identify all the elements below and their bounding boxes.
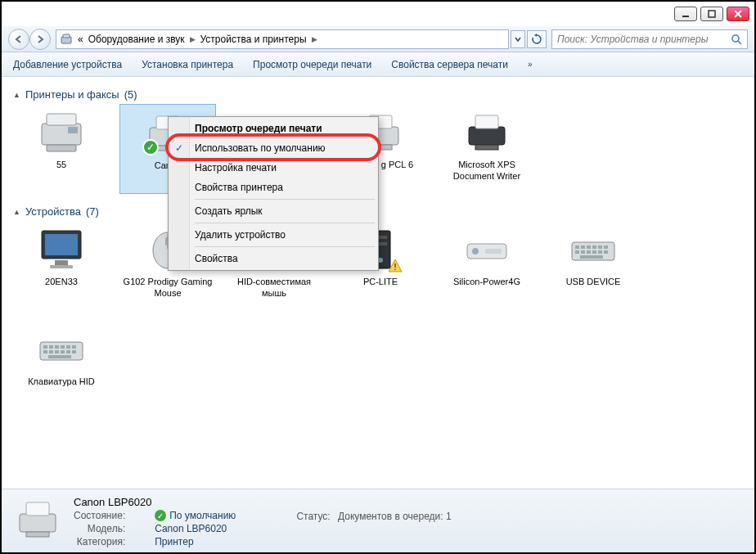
svg-rect-46 xyxy=(575,250,579,254)
toolbar-add-device[interactable]: Добавление устройства xyxy=(13,59,122,70)
collapse-icon: ▲ xyxy=(13,91,20,99)
item-label: Клавиатура HID xyxy=(28,376,95,388)
svg-rect-23 xyxy=(55,260,68,265)
item-label: G102 Prodigy Gaming Mouse xyxy=(119,277,216,300)
svg-rect-50 xyxy=(598,250,602,254)
chevron-right-icon: ▶ xyxy=(190,35,196,43)
cm-use-default[interactable]: ✓ Использовать по умолчанию xyxy=(170,138,376,158)
device-item[interactable]: Клавиатура HID xyxy=(13,321,110,411)
item-label: Silicon-Power4G xyxy=(453,277,520,288)
svg-rect-45 xyxy=(604,245,608,249)
breadcrumb-item[interactable]: Устройства и принтеры xyxy=(200,34,307,45)
item-label: 55 xyxy=(56,160,66,171)
svg-rect-8 xyxy=(42,124,81,145)
cm-remove-device[interactable]: Удалить устройство xyxy=(170,225,376,245)
mfp-printer-icon xyxy=(33,107,90,156)
close-button[interactable] xyxy=(727,7,749,21)
svg-rect-68 xyxy=(26,502,49,516)
keyboard-icon xyxy=(565,224,622,273)
svg-rect-69 xyxy=(26,532,49,537)
breadcrumb-prefix: « xyxy=(78,34,83,45)
printer-icon xyxy=(458,107,515,156)
svg-rect-65 xyxy=(72,350,76,354)
details-key: Категория: xyxy=(74,536,130,547)
svg-rect-5 xyxy=(63,34,70,38)
group-count: (7) xyxy=(86,205,99,218)
maximize-button[interactable] xyxy=(700,7,723,21)
svg-rect-41 xyxy=(581,245,585,249)
svg-rect-67 xyxy=(20,514,56,532)
svg-rect-43 xyxy=(592,245,596,249)
svg-rect-10 xyxy=(47,145,76,151)
monitor-icon xyxy=(33,224,90,273)
details-key: Статус: xyxy=(296,511,335,522)
svg-rect-59 xyxy=(72,345,76,349)
svg-rect-44 xyxy=(598,245,602,249)
item-label: PC-LITE xyxy=(363,277,398,288)
svg-rect-19 xyxy=(475,115,498,128)
details-key: Состояние: xyxy=(74,510,130,521)
svg-rect-18 xyxy=(469,127,505,145)
svg-rect-20 xyxy=(475,145,498,150)
breadcrumb[interactable]: « Оборудование и звук ▶ Устройства и при… xyxy=(56,29,509,49)
minimize-button[interactable] xyxy=(674,7,697,21)
toolbar-server-props[interactable]: Свойства сервера печати xyxy=(391,59,508,70)
device-item[interactable]: USB DEVICE xyxy=(545,221,641,311)
printer-item[interactable]: Microsoft XPS Document Writer xyxy=(439,104,535,194)
svg-rect-66 xyxy=(48,355,71,358)
svg-rect-52 xyxy=(580,255,603,259)
svg-rect-56 xyxy=(55,345,59,349)
printer-item[interactable]: 55 xyxy=(13,104,110,194)
group-header-printers[interactable]: ▲ Принтеры и факсы (5) xyxy=(13,88,743,101)
command-toolbar: Добавление устройства Установка принтера… xyxy=(2,52,754,77)
svg-rect-58 xyxy=(66,345,70,349)
cm-printer-props[interactable]: Свойства принтера xyxy=(170,178,376,197)
item-label: Microsoft XPS Document Writer xyxy=(439,160,535,182)
default-check-badge: ✓ xyxy=(142,139,159,155)
svg-rect-48 xyxy=(587,250,591,254)
device-item[interactable]: 20EN33 xyxy=(13,221,110,311)
chevron-right-icon: ▶ xyxy=(312,35,317,43)
svg-rect-61 xyxy=(49,350,53,354)
svg-point-6 xyxy=(732,35,739,42)
cm-create-shortcut[interactable]: Создать ярлык xyxy=(170,201,376,221)
svg-rect-38 xyxy=(485,249,502,254)
toolbar-overflow-button[interactable]: » xyxy=(528,60,533,69)
device-item[interactable]: Silicon-Power4G xyxy=(439,221,535,311)
svg-rect-64 xyxy=(66,350,70,354)
check-icon: ✓ xyxy=(155,510,166,521)
svg-rect-40 xyxy=(575,245,579,249)
cm-label: Использовать по умолчанию xyxy=(195,142,326,154)
svg-rect-57 xyxy=(61,345,65,349)
check-icon: ✓ xyxy=(175,142,183,154)
devices-icon xyxy=(60,33,73,46)
toolbar-add-printer[interactable]: Установка принтера xyxy=(142,59,233,70)
navigation-bar: « Оборудование и звук ▶ Устройства и при… xyxy=(2,26,754,52)
svg-rect-47 xyxy=(581,250,585,254)
svg-line-7 xyxy=(738,41,741,44)
group-title: Принтеры и факсы xyxy=(25,88,119,101)
item-label: HID-совместимая мышь xyxy=(226,277,322,300)
nav-forward-button[interactable] xyxy=(29,29,51,50)
printer-icon xyxy=(13,496,62,543)
nav-back-button[interactable] xyxy=(8,29,29,50)
svg-rect-22 xyxy=(45,234,78,255)
svg-text:!: ! xyxy=(394,262,396,272)
search-input[interactable] xyxy=(557,34,731,45)
collapse-icon: ▲ xyxy=(13,208,20,216)
search-box[interactable] xyxy=(551,29,748,49)
details-pane: Canon LBP6020 Состояние: ✓ По умолчанию … xyxy=(2,489,754,552)
cm-view-queue[interactable]: Просмотр очереди печати xyxy=(170,119,376,138)
cm-properties[interactable]: Свойства xyxy=(170,249,376,268)
refresh-button[interactable] xyxy=(527,30,547,48)
svg-rect-62 xyxy=(55,350,59,354)
details-key: Модель: xyxy=(74,523,130,534)
breadcrumb-item[interactable]: Оборудование и звук xyxy=(88,34,185,45)
menu-separator xyxy=(195,246,375,247)
toolbar-view-queue[interactable]: Просмотр очереди печати xyxy=(253,59,371,70)
breadcrumb-dropdown-button[interactable] xyxy=(511,30,525,48)
group-title: Устройства xyxy=(25,205,81,218)
item-label: 20EN33 xyxy=(45,277,78,288)
cm-print-setup[interactable]: Настройка печати xyxy=(170,158,376,178)
search-icon[interactable] xyxy=(731,34,742,45)
